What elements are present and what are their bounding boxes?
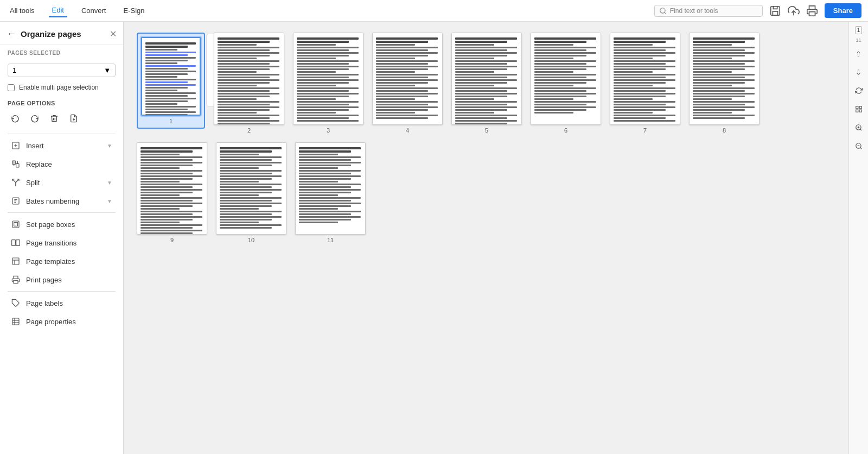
- page-templates-icon: [11, 256, 21, 266]
- main-layout: ← Organize pages ✕ PAGES SELECTED 1 ▼ En…: [0, 22, 868, 454]
- page-thumb-2[interactable]: 2: [214, 33, 284, 134]
- svg-rect-2: [771, 6, 780, 15]
- thumbnail-view-button[interactable]: [851, 102, 866, 117]
- svg-point-0: [660, 8, 665, 12]
- sidebar-item-insert[interactable]: Insert ▼: [3, 137, 120, 154]
- page-thumb-8[interactable]: 8: [689, 33, 760, 134]
- split-label: Split: [26, 179, 101, 187]
- zoom-out-button[interactable]: [851, 138, 866, 154]
- chevron-down-icon: ▼: [104, 66, 111, 74]
- pages-selected-label: PAGES SELECTED: [8, 50, 116, 56]
- delete-page-button[interactable]: [47, 111, 62, 126]
- page-properties-label: Page properties: [26, 318, 112, 326]
- svg-rect-26: [12, 318, 19, 325]
- print-pages-icon: [11, 275, 21, 285]
- pages-selected-row: 1 ▼: [0, 61, 123, 81]
- page-number: 8: [723, 127, 726, 134]
- sidebar-title: Organize pages: [21, 29, 105, 39]
- print-icon[interactable]: [806, 5, 818, 17]
- page-thumb-4[interactable]: 4: [372, 33, 443, 134]
- page-thumb-6[interactable]: 6: [531, 33, 601, 134]
- svg-line-39: [860, 148, 861, 149]
- nav-esign[interactable]: E-Sign: [120, 4, 148, 17]
- share-button[interactable]: Share: [825, 3, 861, 18]
- divider-3: [8, 291, 116, 292]
- split-arrow: ▼: [107, 180, 112, 186]
- bates-numbering-label: Bates numbering: [26, 197, 101, 205]
- page-thumb-3[interactable]: 3: [293, 33, 363, 134]
- page-templates-label: Page templates: [26, 257, 112, 266]
- nav-edit[interactable]: Edit: [49, 4, 67, 17]
- page-thumb-1[interactable]: ... 1: [137, 33, 205, 134]
- page-thumb-11[interactable]: 11: [295, 142, 366, 243]
- page-options-label: PAGE OPTIONS: [0, 97, 123, 109]
- sidebar-item-page-properties[interactable]: Page properties: [3, 313, 120, 330]
- zoom-in-button[interactable]: [851, 120, 866, 135]
- sidebar-item-set-page-boxes[interactable]: Set page boxes: [3, 216, 120, 233]
- undo-button[interactable]: [8, 111, 23, 126]
- svg-rect-21: [12, 258, 19, 264]
- pages-dropdown[interactable]: 1 ▼: [8, 64, 116, 77]
- extract-page-button[interactable]: [66, 111, 81, 126]
- page-number: 2: [247, 127, 251, 134]
- page-labels-icon: [11, 298, 21, 308]
- set-page-boxes-icon: [11, 219, 21, 229]
- page-number: 6: [564, 127, 567, 134]
- set-page-boxes-label: Set page boxes: [26, 220, 112, 229]
- sidebar-item-page-labels[interactable]: Page labels: [3, 294, 120, 312]
- page-properties-icon: [11, 317, 21, 326]
- svg-rect-4: [809, 11, 815, 15]
- insert-label: Insert: [26, 142, 101, 150]
- pages-dropdown-value: 1: [12, 66, 16, 74]
- insert-arrow: ▼: [107, 143, 112, 149]
- page-number: 9: [170, 237, 174, 243]
- page-grid: ... 1234567891011: [137, 33, 835, 243]
- page-thumb-9[interactable]: 9: [137, 142, 207, 243]
- nav-convert[interactable]: Convert: [78, 4, 110, 17]
- nav-all-tools[interactable]: All tools: [7, 4, 38, 17]
- sidebar-item-bates-numbering[interactable]: Bates numbering ▼: [3, 192, 120, 210]
- save-cloud-icon[interactable]: [769, 5, 781, 17]
- divider-1: [8, 134, 116, 134]
- sidebar-item-page-templates[interactable]: Page templates: [3, 253, 120, 270]
- sidebar-close-button[interactable]: ✕: [110, 29, 117, 39]
- sidebar-item-page-transitions[interactable]: Page transitions: [3, 234, 120, 251]
- svg-rect-32: [856, 110, 858, 112]
- page-number: 5: [485, 127, 488, 134]
- svg-rect-18: [12, 240, 16, 246]
- sidebar-item-split[interactable]: Split ▼: [3, 174, 120, 191]
- page-thumb-5[interactable]: 5: [451, 33, 522, 134]
- pages-selected-section: PAGES SELECTED: [0, 45, 123, 61]
- search-icon: [659, 7, 667, 15]
- page-count-label: 11: [856, 37, 861, 43]
- search-placeholder: Find text or tools: [670, 7, 718, 15]
- page-thumb-10[interactable]: 10: [216, 142, 286, 243]
- scroll-down-button[interactable]: ⇩: [851, 65, 866, 80]
- svg-rect-24: [14, 280, 18, 283]
- page-thumb-7[interactable]: 7: [610, 33, 680, 134]
- sidebar-item-replace[interactable]: Replace: [3, 155, 120, 173]
- svg-rect-19: [16, 240, 20, 246]
- enable-multi-page-row: Enable multi page selection: [0, 81, 123, 97]
- search-bar[interactable]: Find text or tools: [654, 5, 763, 17]
- svg-rect-31: [859, 106, 861, 109]
- svg-line-35: [860, 129, 861, 131]
- page-labels-label: Page labels: [26, 299, 112, 307]
- sidebar-item-print-pages[interactable]: Print pages: [3, 271, 120, 288]
- page-number: 4: [406, 127, 409, 134]
- upload-icon[interactable]: [788, 5, 800, 17]
- svg-rect-30: [856, 106, 858, 109]
- sidebar-back-button[interactable]: ←: [7, 28, 16, 40]
- scroll-up-button[interactable]: ⇧: [851, 46, 866, 61]
- split-icon: [11, 178, 21, 187]
- redo-button[interactable]: [27, 111, 42, 126]
- svg-rect-33: [859, 110, 861, 112]
- divider-2: [8, 212, 116, 213]
- top-navigation: All tools Edit Convert E-Sign Find text …: [0, 0, 868, 22]
- page-number: 3: [327, 127, 330, 134]
- enable-multi-page-checkbox[interactable]: [8, 84, 15, 91]
- content-area: ... 1234567891011: [124, 22, 848, 454]
- refresh-view-button[interactable]: [851, 83, 866, 98]
- sidebar-header: ← Organize pages ✕: [0, 22, 123, 45]
- page-transitions-label: Page transitions: [26, 239, 112, 247]
